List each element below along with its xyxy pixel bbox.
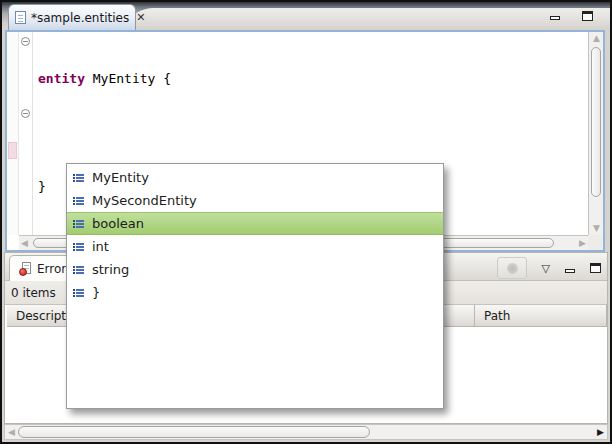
editor-tab-title: *sample.entities	[31, 11, 129, 25]
completion-item[interactable]: int	[67, 235, 443, 258]
error-log-icon	[19, 262, 32, 276]
scroll-right-icon[interactable]: ▶	[579, 239, 586, 248]
collapse-icon[interactable]	[21, 109, 30, 118]
completion-item-label: string	[92, 262, 129, 277]
reference-list-icon	[72, 287, 86, 299]
reference-list-icon	[72, 195, 86, 207]
tabbar-swoosh	[130, 8, 610, 30]
reference-list-icon	[72, 172, 86, 184]
completion-item[interactable]: MySecondEntity	[67, 189, 443, 212]
reference-list-icon	[72, 218, 86, 230]
editor-tabbar: *sample.entities ✕	[2, 2, 610, 30]
editor-tab-sample-entities[interactable]: *sample.entities ✕	[8, 4, 136, 30]
maximize-view-button[interactable]	[590, 263, 601, 273]
vertical-scrollbar-thumb[interactable]	[591, 47, 601, 197]
items-count-label: 0 items	[11, 286, 56, 300]
file-icon	[15, 11, 26, 24]
scrollbar-corner	[588, 235, 603, 250]
completion-item-label: boolean	[92, 216, 144, 231]
content-assist-popup: MyEntity MySecondEntity boolean int stri…	[66, 163, 444, 409]
bottom-horizontal-scrollbar[interactable]: ◀ ▶	[4, 424, 608, 440]
folding-ruler[interactable]	[19, 32, 33, 235]
error-log-toolbar: ▽	[497, 256, 601, 280]
completion-item-label: MyEntity	[92, 170, 149, 185]
completion-item-selected[interactable]: boolean	[67, 212, 443, 235]
completion-item-label: int	[92, 239, 109, 254]
maximize-editor-button[interactable]	[580, 10, 594, 23]
disabled-tool-icon	[507, 263, 518, 274]
scroll-right-icon[interactable]: ▶	[597, 428, 604, 437]
reference-list-icon	[72, 241, 86, 253]
scroll-up-icon[interactable]: ▲	[593, 34, 600, 43]
completion-item-label: MySecondEntity	[92, 193, 197, 208]
scroll-down-icon[interactable]: ▼	[593, 224, 600, 233]
code-text: MyEntity {	[85, 71, 171, 86]
collapse-icon[interactable]	[21, 37, 30, 46]
scroll-left-icon[interactable]: ◀	[8, 428, 15, 437]
completion-item[interactable]: }	[67, 281, 443, 304]
completion-item[interactable]: MyEntity	[67, 166, 443, 189]
minimize-view-button[interactable]	[565, 264, 575, 273]
bottom-scrollbar-thumb[interactable]	[18, 426, 370, 438]
disabled-toolbar-button[interactable]	[497, 257, 527, 279]
column-header-path[interactable]: Path	[475, 305, 607, 327]
eclipse-window: *sample.entities ✕ entity MyEntity { } e…	[0, 0, 612, 444]
path-header-label: Path	[484, 309, 510, 323]
code-line-1[interactable]: entity MyEntity {	[34, 70, 588, 88]
scroll-left-icon[interactable]: ◀	[21, 239, 28, 248]
editor-vertical-scrollbar[interactable]: ▲ ▼	[588, 32, 603, 235]
view-menu-icon[interactable]: ▽	[542, 263, 550, 274]
completion-item-label: }	[92, 285, 100, 300]
code-line-2[interactable]	[34, 124, 588, 142]
cursor-line-marker	[8, 142, 17, 159]
annotation-ruler[interactable]	[7, 32, 19, 235]
close-icon[interactable]: ✕	[136, 11, 145, 24]
minimize-editor-button[interactable]	[548, 10, 562, 23]
keyword-entity: entity	[38, 71, 85, 86]
completion-item[interactable]: string	[67, 258, 443, 281]
reference-list-icon	[72, 264, 86, 276]
code-text: }	[38, 179, 46, 194]
